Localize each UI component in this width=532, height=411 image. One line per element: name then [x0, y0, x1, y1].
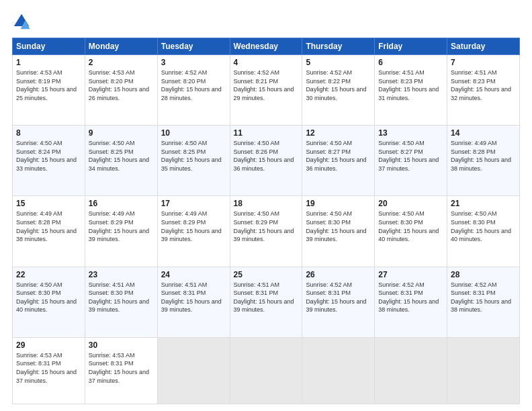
calendar-cell: 9 Sunrise: 4:50 AMSunset: 8:25 PMDayligh…: [85, 126, 157, 196]
day-number: 26: [306, 270, 371, 279]
day-info: Sunrise: 4:50 AMSunset: 8:24 PMDaylight:…: [16, 140, 77, 172]
day-number: 27: [378, 270, 443, 279]
day-info: Sunrise: 4:53 AMSunset: 8:20 PMDaylight:…: [89, 69, 149, 101]
day-info: Sunrise: 4:50 AMSunset: 8:29 PMDaylight:…: [234, 210, 294, 242]
day-number: 10: [161, 128, 226, 138]
calendar-cell: 5 Sunrise: 4:52 AMSunset: 8:22 PMDayligh…: [302, 55, 375, 126]
day-number: 3: [161, 58, 226, 67]
calendar-cell: 14 Sunrise: 4:49 AMSunset: 8:28 PMDaylig…: [447, 126, 520, 196]
calendar-cell: 27 Sunrise: 4:52 AMSunset: 8:31 PMDaylig…: [375, 267, 447, 337]
calendar-cell: 15 Sunrise: 4:49 AMSunset: 8:28 PMDaylig…: [13, 196, 85, 267]
calendar-cell: 8 Sunrise: 4:50 AMSunset: 8:24 PMDayligh…: [13, 126, 85, 196]
calendar-cell: 4 Sunrise: 4:52 AMSunset: 8:21 PMDayligh…: [230, 55, 302, 126]
day-info: Sunrise: 4:50 AMSunset: 8:30 PMDaylight:…: [306, 210, 366, 242]
calendar-cell: 22 Sunrise: 4:50 AMSunset: 8:30 PMDaylig…: [13, 267, 85, 337]
logo-icon: [12, 12, 31, 31]
day-number: 17: [161, 199, 226, 208]
day-number: 19: [306, 199, 371, 208]
day-info: Sunrise: 4:50 AMSunset: 8:30 PMDaylight:…: [16, 281, 77, 314]
day-number: 24: [161, 270, 226, 279]
day-number: 7: [451, 58, 516, 67]
day-info: Sunrise: 4:52 AMSunset: 8:21 PMDaylight:…: [234, 69, 294, 101]
calendar-cell: [230, 337, 302, 404]
day-number: 4: [234, 58, 299, 67]
day-number: 13: [378, 128, 443, 138]
calendar-cell: [447, 337, 520, 404]
day-number: 5: [306, 58, 371, 67]
day-info: Sunrise: 4:52 AMSunset: 8:31 PMDaylight:…: [451, 281, 511, 314]
col-tuesday: Tuesday: [157, 38, 230, 55]
header: [12, 12, 520, 31]
col-wednesday: Wednesday: [230, 38, 302, 55]
page: Sunday Monday Tuesday Wednesday Thursday…: [0, 0, 532, 411]
day-info: Sunrise: 4:53 AMSunset: 8:31 PMDaylight:…: [16, 352, 77, 384]
day-info: Sunrise: 4:50 AMSunset: 8:26 PMDaylight:…: [234, 140, 294, 172]
day-number: 16: [89, 199, 154, 208]
day-info: Sunrise: 4:51 AMSunset: 8:31 PMDaylight:…: [234, 281, 294, 314]
logo: [12, 12, 34, 31]
col-saturday: Saturday: [447, 38, 520, 55]
calendar-cell: 17 Sunrise: 4:49 AMSunset: 8:29 PMDaylig…: [157, 196, 230, 267]
calendar-cell: 26 Sunrise: 4:52 AMSunset: 8:31 PMDaylig…: [302, 267, 375, 337]
day-info: Sunrise: 4:49 AMSunset: 8:29 PMDaylight:…: [161, 210, 222, 242]
day-number: 22: [16, 270, 81, 279]
day-info: Sunrise: 4:52 AMSunset: 8:31 PMDaylight:…: [306, 281, 366, 314]
day-number: 29: [16, 340, 81, 350]
day-number: 25: [234, 270, 299, 279]
calendar-cell: 20 Sunrise: 4:50 AMSunset: 8:30 PMDaylig…: [375, 196, 447, 267]
col-thursday: Thursday: [302, 38, 375, 55]
calendar-cell: 12 Sunrise: 4:50 AMSunset: 8:27 PMDaylig…: [302, 126, 375, 196]
calendar-cell: 16 Sunrise: 4:49 AMSunset: 8:29 PMDaylig…: [85, 196, 157, 267]
day-number: 1: [16, 58, 81, 67]
day-info: Sunrise: 4:50 AMSunset: 8:27 PMDaylight:…: [306, 140, 366, 172]
day-info: Sunrise: 4:51 AMSunset: 8:31 PMDaylight:…: [161, 281, 222, 314]
day-number: 12: [306, 128, 371, 138]
day-number: 8: [16, 128, 81, 138]
calendar-header-row: Sunday Monday Tuesday Wednesday Thursday…: [13, 38, 520, 55]
day-number: 2: [89, 58, 154, 67]
day-number: 21: [451, 199, 516, 208]
col-sunday: Sunday: [13, 38, 85, 55]
day-number: 18: [234, 199, 299, 208]
day-info: Sunrise: 4:50 AMSunset: 8:30 PMDaylight:…: [378, 210, 439, 242]
calendar-cell: 18 Sunrise: 4:50 AMSunset: 8:29 PMDaylig…: [230, 196, 302, 267]
day-info: Sunrise: 4:49 AMSunset: 8:29 PMDaylight:…: [89, 210, 149, 242]
calendar-cell: 21 Sunrise: 4:50 AMSunset: 8:30 PMDaylig…: [447, 196, 520, 267]
day-info: Sunrise: 4:51 AMSunset: 8:23 PMDaylight:…: [451, 69, 511, 101]
day-info: Sunrise: 4:52 AMSunset: 8:31 PMDaylight:…: [378, 281, 439, 314]
day-info: Sunrise: 4:50 AMSunset: 8:30 PMDaylight:…: [451, 210, 511, 242]
calendar-cell: 11 Sunrise: 4:50 AMSunset: 8:26 PMDaylig…: [230, 126, 302, 196]
calendar-cell: 19 Sunrise: 4:50 AMSunset: 8:30 PMDaylig…: [302, 196, 375, 267]
calendar-cell: 23 Sunrise: 4:51 AMSunset: 8:30 PMDaylig…: [85, 267, 157, 337]
calendar-cell: 6 Sunrise: 4:51 AMSunset: 8:23 PMDayligh…: [375, 55, 447, 126]
calendar-cell: 3 Sunrise: 4:52 AMSunset: 8:20 PMDayligh…: [157, 55, 230, 126]
day-info: Sunrise: 4:50 AMSunset: 8:25 PMDaylight:…: [161, 140, 222, 172]
day-number: 11: [234, 128, 299, 138]
day-number: 15: [16, 199, 81, 208]
calendar-cell: 24 Sunrise: 4:51 AMSunset: 8:31 PMDaylig…: [157, 267, 230, 337]
day-info: Sunrise: 4:50 AMSunset: 8:25 PMDaylight:…: [89, 140, 149, 172]
day-info: Sunrise: 4:49 AMSunset: 8:28 PMDaylight:…: [16, 210, 77, 242]
day-info: Sunrise: 4:51 AMSunset: 8:23 PMDaylight:…: [378, 69, 439, 101]
col-monday: Monday: [85, 38, 157, 55]
calendar-cell: [375, 337, 447, 404]
calendar-cell: 25 Sunrise: 4:51 AMSunset: 8:31 PMDaylig…: [230, 267, 302, 337]
calendar-cell: 2 Sunrise: 4:53 AMSunset: 8:20 PMDayligh…: [85, 55, 157, 126]
day-info: Sunrise: 4:52 AMSunset: 8:22 PMDaylight:…: [306, 69, 366, 101]
day-number: 14: [451, 128, 516, 138]
calendar-cell: 10 Sunrise: 4:50 AMSunset: 8:25 PMDaylig…: [157, 126, 230, 196]
day-number: 30: [89, 340, 154, 350]
calendar-cell: 1 Sunrise: 4:53 AMSunset: 8:19 PMDayligh…: [13, 55, 85, 126]
calendar-cell: 30 Sunrise: 4:53 AMSunset: 8:31 PMDaylig…: [85, 337, 157, 404]
calendar-cell: 7 Sunrise: 4:51 AMSunset: 8:23 PMDayligh…: [447, 55, 520, 126]
calendar-cell: 29 Sunrise: 4:53 AMSunset: 8:31 PMDaylig…: [13, 337, 85, 404]
col-friday: Friday: [375, 38, 447, 55]
day-info: Sunrise: 4:51 AMSunset: 8:30 PMDaylight:…: [89, 281, 149, 314]
calendar-cell: [302, 337, 375, 404]
calendar-table: Sunday Monday Tuesday Wednesday Thursday…: [12, 38, 520, 404]
day-number: 20: [378, 199, 443, 208]
day-info: Sunrise: 4:49 AMSunset: 8:28 PMDaylight:…: [451, 140, 511, 172]
day-info: Sunrise: 4:53 AMSunset: 8:19 PMDaylight:…: [16, 69, 77, 101]
day-info: Sunrise: 4:53 AMSunset: 8:31 PMDaylight:…: [89, 352, 149, 384]
day-number: 9: [89, 128, 154, 138]
